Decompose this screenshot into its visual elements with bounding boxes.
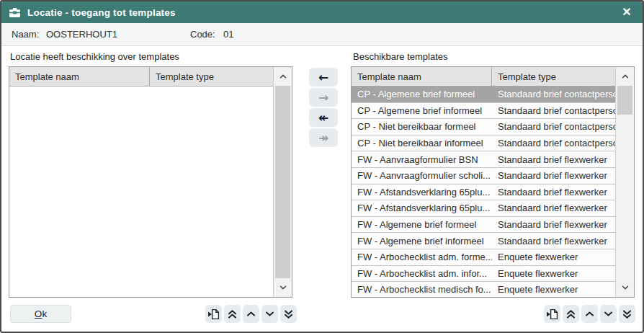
column-header-template-naam: Template naam — [9, 67, 150, 86]
goto-record-icon — [207, 308, 220, 320]
table-row[interactable]: FW - Aanvraagformulier BSN Standaard bri… — [352, 151, 615, 168]
first-record-button[interactable] — [563, 305, 579, 323]
table-row[interactable]: FW - Afstandsverklaring 65plu... Standaa… — [352, 200, 615, 217]
assigned-templates-list: Template naam Template type — [9, 66, 292, 298]
previous-record-button[interactable] — [581, 305, 598, 323]
table-row[interactable]: CP - Algemene brief informeel Standaard … — [352, 103, 615, 120]
cell-template-naam: FW - Afstandsverklaring 65plu... — [352, 203, 492, 213]
left-record-nav — [205, 305, 297, 323]
table-row[interactable]: FW - Arbochecklist medisch fo... Enquete… — [352, 282, 615, 297]
chevron-down-icon — [622, 285, 629, 290]
double-chevron-down-icon — [622, 310, 632, 319]
cell-template-naam: FW - Aanvraagformulier scholi... — [352, 170, 492, 181]
scroll-down-button[interactable] — [274, 278, 292, 297]
double-chevron-up-icon — [228, 310, 237, 319]
chevron-down-icon — [279, 285, 287, 290]
naam-label: Naam: — [12, 23, 39, 45]
cell-template-naam: FW - Arbochecklist adm. forme... — [352, 252, 492, 262]
cell-template-naam: FW - Arbochecklist medisch fo... — [352, 284, 492, 295]
table-row[interactable]: FW - Algemene brief informeel Standaard … — [352, 233, 615, 249]
chevron-up-icon — [585, 311, 594, 316]
scrollbar-thumb[interactable] — [617, 86, 632, 115]
arrow-icon: ↞ — [318, 110, 328, 125]
titlebar[interactable]: Locatie - toegang tot templates ✕ — [1, 1, 643, 23]
scrollbar-track[interactable] — [616, 86, 634, 278]
ok-button[interactable]: Ok — [10, 305, 71, 323]
cell-template-naam: FW - Aanvraagformulier BSN — [352, 154, 492, 165]
cell-template-type: Standaard brief flexwerker — [492, 170, 615, 181]
scrollbar-thumb[interactable] — [275, 86, 290, 278]
scroll-up-button[interactable] — [274, 67, 292, 86]
cell-template-type: Standaard brief flexwerker — [492, 187, 615, 197]
cell-template-naam: FW - Algemene brief informeel — [352, 236, 492, 247]
list-body: CP - Algemene brief formeel Standaard br… — [352, 86, 615, 297]
move-selected-right-button[interactable]: → — [309, 88, 338, 107]
cell-template-type: Enquete flexwerker — [492, 284, 615, 295]
left-list-label: Locatie heeft beschikking over templates — [10, 51, 179, 62]
scrollbar — [273, 67, 292, 297]
table-row[interactable]: CP - Niet bereikbaar informeel Standaard… — [352, 136, 615, 152]
cell-template-type: Standaard brief contactperso... — [492, 89, 615, 99]
right-record-nav — [544, 305, 635, 323]
column-header-template-type: Template type — [150, 67, 273, 86]
close-button[interactable]: ✕ — [618, 4, 635, 21]
goto-record-button[interactable] — [544, 305, 560, 323]
cell-template-type: Standaard brief contactperso... — [492, 121, 615, 132]
list-header: Template naam Template type — [9, 67, 273, 86]
cell-template-type: Enquete flexwerker — [492, 252, 615, 262]
table-row[interactable]: CP - Niet bereikbaar formeel Standaard b… — [352, 119, 615, 136]
scrollbar-track[interactable] — [274, 86, 292, 278]
transfer-buttons: ← → ↞ ↠ — [309, 68, 338, 147]
arrow-icon: → — [318, 90, 328, 105]
chevron-down-icon — [604, 311, 613, 316]
list-body — [9, 86, 273, 297]
cell-template-naam: FW - Arbochecklist adm. infor... — [352, 268, 492, 279]
double-chevron-up-icon — [566, 310, 576, 319]
dialog-window: Locatie - toegang tot templates ✕ Naam: … — [0, 0, 644, 333]
cell-template-type: Standaard brief contactperso... — [492, 105, 615, 116]
ok-label: Ok — [35, 308, 47, 319]
right-list-label: Beschikbare templates — [353, 51, 448, 62]
move-all-left-button[interactable]: ↞ — [309, 108, 338, 127]
goto-record-button[interactable] — [205, 305, 222, 323]
cell-template-naam: CP - Niet bereikbaar formeel — [352, 121, 492, 132]
cell-template-naam: FW - Algemene brief formeel — [352, 219, 492, 230]
table-row[interactable]: CP - Algemene brief formeel Standaard br… — [352, 86, 615, 103]
last-record-button[interactable] — [280, 305, 297, 323]
cell-template-type: Standaard brief flexwerker — [492, 219, 615, 230]
table-row[interactable]: FW - Algemene brief formeel Standaard br… — [352, 217, 615, 234]
column-header-template-type: Template type — [492, 67, 615, 86]
dialog-title: Locatie - toegang tot templates — [27, 7, 176, 18]
info-bar: Naam: OOSTERHOUT1 Code: 01 — [1, 23, 643, 46]
cell-template-type: Standaard brief flexwerker — [492, 154, 615, 165]
chevron-up-icon — [279, 74, 287, 79]
cell-template-type: Standaard brief flexwerker — [492, 236, 615, 247]
cell-template-type: Enquete flexwerker — [492, 268, 615, 279]
arrow-icon: ↠ — [318, 130, 328, 145]
chevron-up-icon — [246, 311, 256, 316]
table-row[interactable]: FW - Afstandsverklaring 65plu... Standaa… — [352, 185, 615, 201]
first-record-button[interactable] — [224, 305, 241, 323]
cell-template-naam: FW - Afstandsverklaring 65plu... — [352, 187, 492, 197]
cell-template-naam: CP - Algemene brief informeel — [352, 105, 492, 116]
chevron-up-icon — [622, 74, 629, 79]
scrollbar — [615, 67, 634, 297]
table-row[interactable]: FW - Arbochecklist adm. infor... Enquete… — [352, 266, 615, 283]
chevron-down-icon — [265, 311, 274, 316]
next-record-button[interactable] — [261, 305, 278, 323]
move-all-right-button[interactable]: ↠ — [309, 128, 338, 147]
scroll-up-button[interactable] — [616, 67, 634, 86]
previous-record-button[interactable] — [243, 305, 259, 323]
last-record-button[interactable] — [619, 305, 635, 323]
list-header: Template naam Template type — [352, 67, 615, 86]
cell-template-naam: CP - Algemene brief formeel — [352, 89, 492, 99]
move-selected-left-button[interactable]: ← — [309, 68, 338, 86]
code-label: Code: — [190, 23, 215, 45]
next-record-button[interactable] — [600, 305, 617, 323]
scroll-down-button[interactable] — [616, 278, 634, 297]
table-row[interactable]: FW - Arbochecklist adm. forme... Enquete… — [352, 249, 615, 266]
double-chevron-down-icon — [284, 310, 293, 319]
naam-value: OOSTERHOUT1 — [46, 23, 117, 45]
table-row[interactable]: FW - Aanvraagformulier scholi... Standaa… — [352, 168, 615, 185]
code-value: 01 — [223, 23, 233, 45]
